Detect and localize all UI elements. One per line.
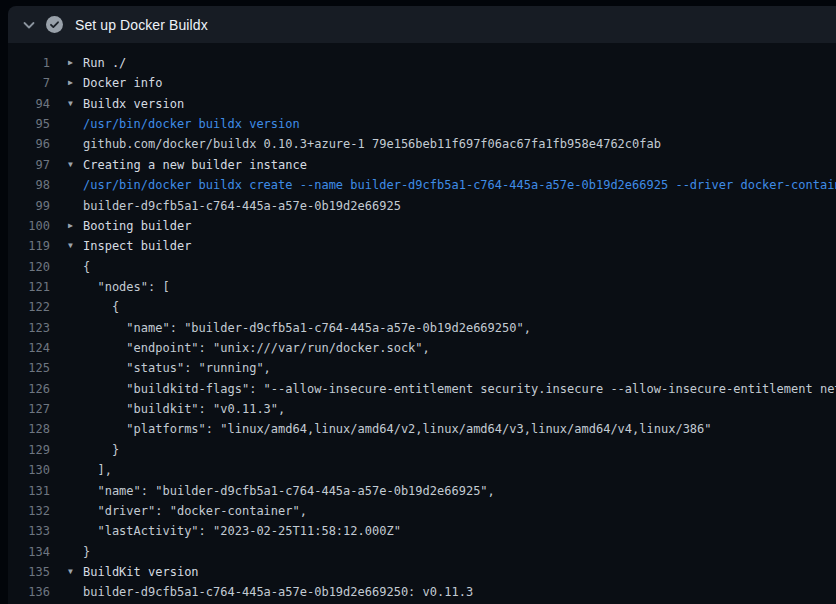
line-text: "buildkit": "v0.11.3", xyxy=(83,399,285,419)
toggle-icon xyxy=(68,114,83,134)
line-text: Creating a new builder instance xyxy=(83,155,307,175)
log-line: 123 "name": "builder-d9cfb5a1-c764-445a-… xyxy=(8,318,836,338)
line-number[interactable]: 7 xyxy=(8,73,50,93)
triangle-right-icon[interactable]: ▶ xyxy=(68,53,83,73)
triangle-down-icon[interactable]: ▼ xyxy=(68,236,83,256)
chevron-down-icon[interactable] xyxy=(21,17,37,33)
line-text: BuildKit version xyxy=(83,562,199,582)
log-line: 124 "endpoint": "unix:///var/run/docker.… xyxy=(8,338,836,358)
step-title: Set up Docker Buildx xyxy=(75,17,208,33)
line-text: /usr/bin/docker buildx version xyxy=(83,114,300,134)
line-number[interactable]: 120 xyxy=(8,257,50,277)
line-text: "status": "running", xyxy=(83,358,271,378)
line-number[interactable]: 125 xyxy=(8,358,50,378)
line-number[interactable]: 126 xyxy=(8,379,50,399)
log-line: 132 "driver": "docker-container", xyxy=(8,501,836,521)
log-line: 96 github.com/docker/buildx 0.10.3+azure… xyxy=(8,134,836,154)
triangle-right-icon[interactable]: ▶ xyxy=(68,216,83,236)
line-number[interactable]: 97 xyxy=(8,155,50,175)
log-line: 136 builder-d9cfb5a1-c764-445a-a57e-0b19… xyxy=(8,582,836,602)
triangle-down-icon[interactable]: ▼ xyxy=(68,562,83,582)
line-text: builder-d9cfb5a1-c764-445a-a57e-0b19d2e6… xyxy=(83,582,473,602)
toggle-icon xyxy=(68,338,83,358)
log-line: 134 } xyxy=(8,542,836,562)
toggle-icon xyxy=(68,501,83,521)
line-text: "endpoint": "unix:///var/run/docker.sock… xyxy=(83,338,430,358)
log-line: 99 builder-d9cfb5a1-c764-445a-a57e-0b19d… xyxy=(8,196,836,216)
line-text: "platforms": "linux/amd64,linux/amd64/v2… xyxy=(83,419,712,439)
line-number[interactable]: 99 xyxy=(8,196,50,216)
log-line[interactable]: 1 ▶ Run ./ xyxy=(8,53,836,73)
line-number[interactable]: 122 xyxy=(8,297,50,317)
check-circle-icon xyxy=(46,16,63,33)
log-line: 130 ], xyxy=(8,460,836,480)
line-number[interactable]: 95 xyxy=(8,114,50,134)
log-line[interactable]: 135 ▼ BuildKit version xyxy=(8,562,836,582)
toggle-icon xyxy=(68,358,83,378)
triangle-right-icon[interactable]: ▶ xyxy=(68,73,83,93)
line-text: } xyxy=(83,542,90,562)
line-number[interactable]: 130 xyxy=(8,460,50,480)
toggle-icon xyxy=(68,318,83,338)
line-number[interactable]: 135 xyxy=(8,562,50,582)
line-number[interactable]: 127 xyxy=(8,399,50,419)
triangle-down-icon[interactable]: ▼ xyxy=(68,155,83,175)
log-line[interactable]: 119 ▼ Inspect builder xyxy=(8,236,836,256)
log-area: 1 ▶ Run ./ 7 ▶ Docker info 94 ▼ Buildx v… xyxy=(8,43,836,604)
line-number[interactable]: 132 xyxy=(8,501,50,521)
line-text: } xyxy=(83,440,119,460)
toggle-icon xyxy=(68,582,83,602)
toggle-icon xyxy=(68,175,83,195)
step-header[interactable]: Set up Docker Buildx xyxy=(8,6,836,43)
triangle-down-icon[interactable]: ▼ xyxy=(68,94,83,114)
log-line: 133 "lastActivity": "2023-02-25T11:58:12… xyxy=(8,521,836,541)
toggle-icon xyxy=(68,277,83,297)
toggle-icon xyxy=(68,134,83,154)
log-line: 98 /usr/bin/docker buildx create --name … xyxy=(8,175,836,195)
line-number[interactable]: 96 xyxy=(8,134,50,154)
line-text: { xyxy=(83,257,90,277)
toggle-icon xyxy=(68,257,83,277)
line-text: "name": "builder-d9cfb5a1-c764-445a-a57e… xyxy=(83,481,495,501)
line-number[interactable]: 98 xyxy=(8,175,50,195)
log-line: 127 "buildkit": "v0.11.3", xyxy=(8,399,836,419)
line-number[interactable]: 123 xyxy=(8,318,50,338)
line-text: "name": "builder-d9cfb5a1-c764-445a-a57e… xyxy=(83,318,531,338)
toggle-icon xyxy=(68,379,83,399)
log-line[interactable]: 94 ▼ Buildx version xyxy=(8,94,836,114)
toggle-icon xyxy=(68,196,83,216)
line-number[interactable]: 121 xyxy=(8,277,50,297)
log-line: 120 { xyxy=(8,257,836,277)
line-number[interactable]: 94 xyxy=(8,94,50,114)
line-number[interactable]: 128 xyxy=(8,419,50,439)
toggle-icon xyxy=(68,542,83,562)
line-number[interactable]: 133 xyxy=(8,521,50,541)
toggle-icon xyxy=(68,399,83,419)
line-text: Run ./ xyxy=(83,53,126,73)
toggle-icon xyxy=(68,419,83,439)
line-number[interactable]: 129 xyxy=(8,440,50,460)
log-line[interactable]: 7 ▶ Docker info xyxy=(8,73,836,93)
line-text: "nodes": [ xyxy=(83,277,170,297)
toggle-icon xyxy=(68,460,83,480)
line-number[interactable]: 100 xyxy=(8,216,50,236)
log-line: 129 } xyxy=(8,440,836,460)
line-number[interactable]: 131 xyxy=(8,481,50,501)
line-text: builder-d9cfb5a1-c764-445a-a57e-0b19d2e6… xyxy=(83,196,401,216)
toggle-icon xyxy=(68,440,83,460)
log-line: 128 "platforms": "linux/amd64,linux/amd6… xyxy=(8,419,836,439)
line-number[interactable]: 134 xyxy=(8,542,50,562)
line-number[interactable]: 119 xyxy=(8,236,50,256)
line-number[interactable]: 124 xyxy=(8,338,50,358)
line-text: Buildx version xyxy=(83,94,184,114)
log-line[interactable]: 97 ▼ Creating a new builder instance xyxy=(8,155,836,175)
log-line: 125 "status": "running", xyxy=(8,358,836,378)
line-text: "lastActivity": "2023-02-25T11:58:12.000… xyxy=(83,521,401,541)
log-line: 131 "name": "builder-d9cfb5a1-c764-445a-… xyxy=(8,481,836,501)
log-line: 122 { xyxy=(8,297,836,317)
line-number[interactable]: 1 xyxy=(8,53,50,73)
log-line[interactable]: 100 ▶ Booting builder xyxy=(8,216,836,236)
line-text: { xyxy=(83,297,119,317)
line-number[interactable]: 136 xyxy=(8,582,50,602)
line-text: github.com/docker/buildx 0.10.3+azure-1 … xyxy=(83,134,661,154)
